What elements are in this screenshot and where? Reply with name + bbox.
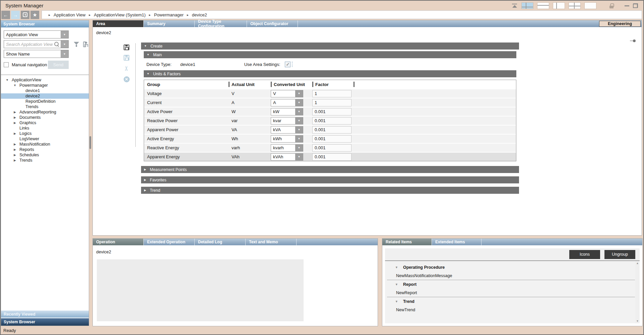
tree-item-documents[interactable]: ▶Documents [1, 115, 89, 120]
tab-detailed-log[interactable]: Detailed Log [195, 239, 246, 245]
chevron-down-icon[interactable]: ▼ [61, 31, 68, 38]
tab-extended-operation[interactable]: Extended Operation [144, 239, 195, 245]
ungroup-button[interactable]: Ungroup [604, 250, 635, 259]
chevron-collapsed-icon[interactable]: ▶ [13, 110, 17, 114]
manual-navigation-checkbox[interactable] [4, 62, 9, 67]
tree-item-massnotification[interactable]: ▶MassNotification [1, 142, 89, 147]
collapse-panels-icon[interactable] [512, 3, 518, 8]
view-selector-dropdown[interactable]: Application View ▼ [4, 30, 69, 38]
table-row-reactive-energy[interactable]: Reactive Energy varh kvarh▼ [144, 143, 516, 152]
layout-preset-1-button[interactable] [521, 2, 533, 9]
breadcrumb-powermanager[interactable]: Powermanager [154, 12, 184, 17]
create-section-header[interactable]: ▼ Create [141, 43, 519, 50]
factor-input[interactable] [312, 117, 351, 124]
save-search-icon[interactable] [83, 41, 86, 47]
factor-input[interactable] [312, 126, 351, 134]
search-input[interactable] [4, 42, 54, 47]
chevron-collapsed-icon[interactable]: ▶ [13, 148, 17, 151]
converted-unit-dropdown[interactable]: kvarh▼ [271, 144, 303, 152]
chevron-down-icon[interactable]: ▼ [295, 154, 303, 160]
tree-item-links[interactable]: Links [1, 125, 89, 131]
favorites-button[interactable]: ★ [30, 11, 39, 19]
send-button[interactable]: Send [48, 61, 69, 69]
save-as-icon[interactable] [124, 55, 129, 61]
tab-area[interactable]: Area [93, 20, 144, 27]
table-row-voltage[interactable]: Voltage V V▼ [144, 89, 516, 98]
restore-icon[interactable] [633, 3, 638, 8]
related-item-newreport[interactable]: NewReport [385, 288, 635, 297]
tree-item-trends-child[interactable]: Trends [1, 104, 89, 109]
main-section-header[interactable]: ▼ Main [144, 51, 516, 58]
converted-unit-dropdown[interactable]: V▼ [271, 90, 303, 97]
chevron-expanded-icon[interactable]: ▼ [13, 84, 17, 87]
table-row-current[interactable]: Current A A▼ [144, 98, 516, 107]
factor-input[interactable] [312, 144, 351, 152]
factor-input[interactable] [312, 153, 351, 161]
favorites-section-header[interactable]: ▶ Favorites [141, 176, 519, 183]
save-icon[interactable] [124, 45, 129, 50]
tree-item-reports[interactable]: ▶Reports [1, 147, 89, 152]
icons-button[interactable]: Icons [569, 250, 600, 259]
table-row-apparent-power[interactable]: Apparent Power VA kVA▼ [144, 125, 516, 134]
pin-icon[interactable] [630, 39, 636, 42]
tab-summary[interactable]: Summary [144, 20, 195, 27]
tab-device-type-configuration[interactable]: Device Type Configuration [195, 20, 247, 27]
chevron-down-icon[interactable]: ▼ [295, 127, 303, 133]
chevron-collapsed-icon[interactable]: ▶ [13, 132, 17, 135]
related-item-newmassnotificationmessage[interactable]: NewMassNotificationMessage [385, 271, 635, 280]
layout-preset-3-button[interactable] [553, 2, 565, 9]
chevron-down-icon[interactable]: ▼ [61, 40, 68, 48]
tree-item-logics[interactable]: ▶Logics [1, 131, 89, 136]
cut-icon[interactable]: ✂ [123, 66, 130, 71]
group-report[interactable]: ▼ Report [385, 280, 635, 288]
chevron-collapsed-icon[interactable]: ▶ [13, 159, 17, 162]
back-button[interactable]: ← [1, 11, 10, 19]
factor-input[interactable] [312, 99, 351, 106]
layout-preset-5-button[interactable] [584, 2, 596, 9]
system-browser-bar[interactable]: System Browser [1, 318, 89, 326]
trend-section-header[interactable]: ▶ Trend [141, 187, 519, 194]
display-mode-dropdown[interactable]: Show Name ▼ [4, 50, 69, 58]
chevron-collapsed-icon[interactable]: ▶ [13, 121, 17, 124]
converted-unit-dropdown[interactable]: kvar▼ [271, 117, 303, 124]
factor-input[interactable] [312, 90, 351, 97]
table-row-apparent-energy[interactable]: Apparent Energy VAh kVAh▼ [144, 152, 516, 161]
splitter-handle[interactable] [89, 136, 91, 149]
breadcrumb-application-view[interactable]: Application View [54, 12, 85, 17]
table-row-active-energy[interactable]: Active Energy Wh kWh▼ [144, 134, 516, 143]
minimize-icon[interactable] [625, 5, 629, 6]
tree-item-schedules[interactable]: ▶Schedules [1, 152, 89, 158]
chevron-expanded-icon[interactable]: ▼ [395, 300, 398, 303]
converted-unit-dropdown[interactable]: kVAh▼ [271, 153, 303, 161]
chevron-expanded-icon[interactable]: ▼ [395, 283, 398, 286]
tab-text-and-memo[interactable]: Text and Memo [246, 239, 297, 245]
tree-item-reportdefinition[interactable]: ReportDefinition [1, 99, 89, 104]
chevron-expanded-icon[interactable]: ▼ [395, 266, 398, 269]
chevron-down-icon[interactable]: ▼ [295, 136, 303, 142]
forward-button[interactable]: → [11, 11, 20, 19]
engineering-mode-button[interactable]: Engineering [599, 21, 641, 27]
discard-icon[interactable]: ✕ [124, 76, 130, 82]
tree-item-graphics[interactable]: ▶Graphics [1, 120, 89, 125]
units-factors-section-header[interactable]: ▼ Units & Factors [144, 70, 516, 77]
tree-item-trends[interactable]: ▶Trends [1, 158, 89, 163]
group-trend[interactable]: ▼ Trend [385, 297, 635, 306]
breadcrumb-device2[interactable]: device2 [192, 12, 207, 17]
tab-related-items[interactable]: Related Items [382, 239, 432, 245]
use-area-settings-checkbox[interactable]: ✓ [285, 62, 291, 67]
layout-preset-2-button[interactable] [537, 2, 549, 9]
related-item-newtrend[interactable]: NewTrend [385, 306, 635, 314]
tab-object-configurator[interactable]: Object Configurator [247, 20, 298, 27]
chevron-down-icon[interactable]: ▼ [295, 108, 303, 115]
tree-item-logviewer[interactable]: LogViewer [1, 136, 89, 142]
table-row-active-power[interactable]: Active Power W kW▼ [144, 107, 516, 116]
tree-item-device2[interactable]: device2 [1, 93, 89, 99]
chevron-down-icon[interactable]: ▼ [61, 50, 68, 58]
tab-extended-items[interactable]: Extended Items [432, 239, 481, 245]
tab-operation[interactable]: Operation [93, 239, 144, 245]
table-row-reactive-power[interactable]: Reactive Power var kvar▼ [144, 116, 516, 125]
tree-item-powermanager[interactable]: ▼Powermanager [1, 83, 89, 88]
factor-input[interactable] [312, 135, 351, 143]
related-scrollbar[interactable]: ▲ ▼ [635, 261, 640, 323]
search-icon[interactable] [54, 42, 59, 47]
